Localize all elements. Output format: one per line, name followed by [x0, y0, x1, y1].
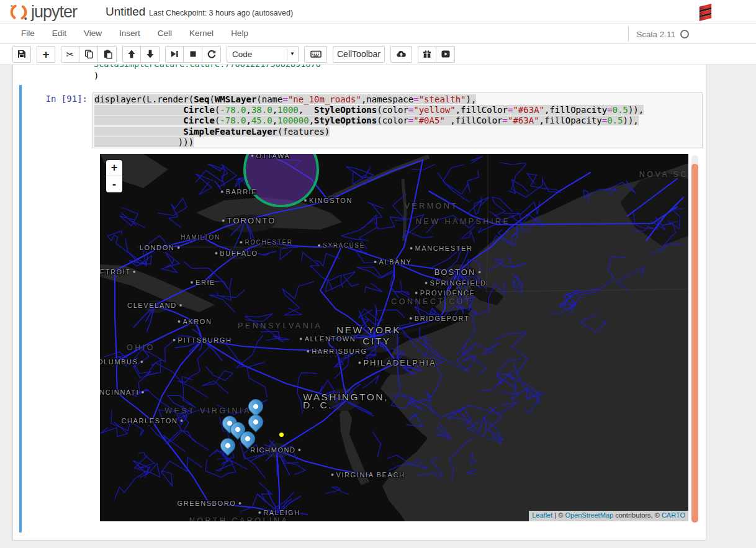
city-dot-icon	[415, 292, 418, 294]
run-icon	[169, 49, 179, 59]
kernel-idle-icon	[680, 30, 689, 38]
toolbar: + ✂	[0, 44, 756, 65]
city-dot-icon	[222, 219, 225, 222]
attribution-link-carto[interactable]: CARTO	[662, 511, 685, 519]
city-dot-icon	[478, 271, 480, 273]
city-dot-icon	[258, 511, 261, 514]
move-up-icon	[127, 49, 137, 59]
city-dot-icon	[177, 246, 179, 249]
move-cell-down-button[interactable]	[141, 46, 160, 63]
code-line: SimpleFeatureLayer(features)	[94, 127, 702, 137]
menu-item-insert[interactable]: Insert	[110, 24, 149, 43]
cell-type-dropdown[interactable]: Code ▼	[227, 46, 299, 63]
input-prompt: In [91]:	[13, 94, 88, 104]
map-attribution: Leaflet | © OpenStreetMap contributors, …	[529, 511, 688, 521]
output-scrollbar-track[interactable]	[691, 155, 698, 523]
city-dot-icon	[133, 271, 136, 273]
gift-icon	[422, 49, 432, 59]
cut-icon: ✂	[66, 50, 74, 59]
map-city-label: PITTSBURGH	[173, 336, 232, 344]
checkpoint-status: Last Checkpoint: 3 hours ago (autosaved)	[149, 9, 293, 17]
copy-button[interactable]	[79, 46, 98, 63]
save-button[interactable]	[12, 46, 31, 63]
map-state-label: CONNECTICUT	[391, 297, 471, 306]
restart-kernel-button[interactable]	[202, 46, 221, 63]
map-state-label: NEW HAMPSHIRE	[416, 217, 510, 226]
output-scrollbar-thumb[interactable]	[691, 164, 698, 523]
cell-type-value: Code	[232, 50, 252, 59]
map-city-label: BRIDGEPORT	[410, 315, 470, 322]
city-dot-icon	[178, 320, 180, 323]
restart-icon	[207, 49, 217, 59]
menu-item-file[interactable]: File	[12, 24, 43, 43]
menu-item-edit[interactable]: Edit	[43, 24, 75, 43]
jupyter-logo-icon	[9, 2, 29, 22]
move-down-icon	[145, 49, 155, 59]
map-city-label: ERIE	[191, 279, 215, 286]
menu-item-view[interactable]: View	[75, 24, 110, 43]
previous-cell-output-paren: )	[94, 71, 99, 81]
chevron-down-icon: ▼	[287, 49, 296, 61]
notebook-title[interactable]: Untitled	[106, 5, 145, 19]
city-dot-icon	[141, 361, 143, 363]
map-city-label: HARRISBURG	[307, 348, 367, 355]
zoom-in-button[interactable]: +	[106, 160, 122, 176]
move-cell-up-button[interactable]	[122, 46, 141, 63]
menu-item-help[interactable]: Help	[222, 24, 257, 43]
city-dot-icon	[215, 252, 217, 254]
attribution-link-openstreetmap[interactable]: OpenStreetMap	[565, 511, 613, 519]
cut-button[interactable]: ✂	[61, 46, 79, 63]
kernel-indicator-box: Scala 2.11	[628, 27, 689, 42]
leaflet-map[interactable]: OTTAWAKINGSTONBARRIETORONTOHAMILTONLONDO…	[100, 154, 688, 521]
jupyter-logo[interactable]: jupyter	[9, 2, 77, 22]
map-city-label: ROCHESTER	[240, 239, 292, 246]
map-state-label: NORTH CAROLINA	[189, 516, 289, 521]
menu-item-kernel[interactable]: Kernel	[181, 24, 222, 43]
map-city-label: CLEVELAND	[127, 302, 182, 309]
celltoolbar-button[interactable]: CellToolbar	[333, 46, 385, 63]
zoom-control: + -	[106, 160, 122, 192]
map-city-label: BOSTON	[434, 267, 481, 277]
code-editor[interactable]: displayer(L.render(Seq(WMSLayer(name="ne…	[92, 92, 703, 148]
code-line: Circle(-78.0,45.0,100000,StyleOptions(co…	[94, 115, 702, 126]
gift-button[interactable]	[418, 46, 436, 63]
stop-icon	[188, 49, 198, 59]
save-icon	[17, 49, 27, 59]
city-dot-icon	[142, 391, 144, 393]
map-city-label: D. C.	[303, 400, 333, 411]
map-state-label: WEST VIRGINIA	[164, 407, 251, 415]
map-state-label: NOVA SCOTIA	[639, 170, 688, 179]
city-dot-icon	[221, 191, 223, 193]
stop-kernel-button[interactable]	[184, 46, 202, 63]
paste-button[interactable]	[98, 46, 117, 63]
city-dot-icon	[251, 155, 253, 157]
play-video-button[interactable]	[436, 46, 455, 63]
play-video-icon	[441, 49, 451, 59]
run-cell-button[interactable]	[165, 46, 184, 63]
map-city-label: SPRINGFIELD	[425, 279, 487, 287]
city-dot-icon	[179, 304, 182, 307]
menu-bar: FileEditViewInsertCellKernelHelp Scala 2…	[0, 23, 756, 43]
cloud-upload-button[interactable]	[390, 46, 412, 63]
add-cell-icon: +	[42, 48, 49, 60]
attribution-text: contributors, ©	[613, 511, 662, 519]
keyboard-shortcuts-button[interactable]	[304, 46, 327, 63]
notebook-area: ScalaSimpleFeature:cature:77661221756828…	[12, 65, 706, 541]
add-cell-button[interactable]: +	[37, 46, 55, 63]
menu-item-cell[interactable]: Cell	[149, 24, 181, 43]
map-city-label: AKRON	[178, 318, 212, 325]
map-city-label: BUFFALO	[215, 249, 258, 257]
city-dot-icon	[410, 317, 412, 320]
map-city-label: RICHMOND	[250, 446, 300, 454]
map-city-label: KINGSTON	[304, 197, 353, 204]
map-city-label: OTTAWA	[251, 154, 290, 159]
zoom-out-button[interactable]: -	[106, 176, 122, 192]
jupyter-logo-text: jupyter	[31, 2, 77, 22]
city-dot-icon	[300, 338, 302, 340]
city-dot-icon	[240, 241, 242, 243]
cloud-upload-icon	[396, 49, 407, 59]
city-dot-icon	[331, 474, 333, 476]
kernel-name: Scala 2.11	[636, 30, 675, 39]
attribution-link-leaflet[interactable]: Leaflet	[532, 511, 552, 519]
city-dot-icon	[173, 339, 176, 341]
